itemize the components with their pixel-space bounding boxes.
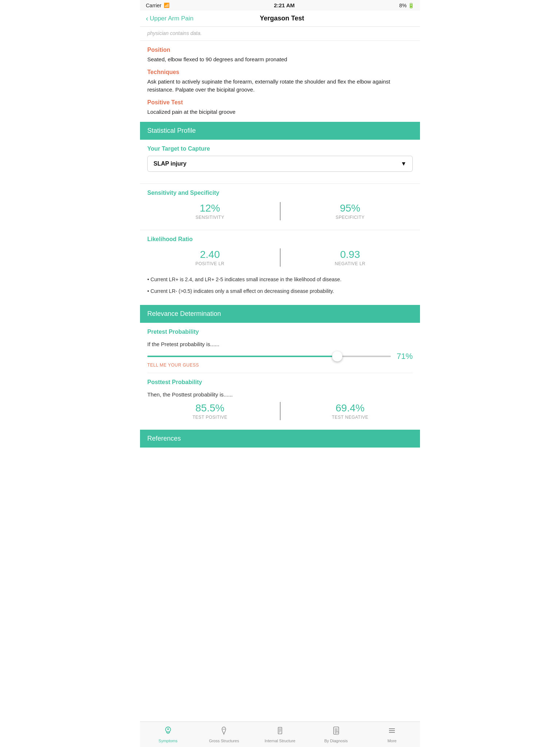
test-negative-stat: 69.4% TEST NEGATIVE [288, 402, 413, 420]
target-dropdown[interactable]: SLAP injury ▼ [147, 156, 413, 172]
positive-test-label: Positive Test [147, 99, 413, 106]
divider-2 [140, 230, 420, 230]
negative-lr-stat: 0.93 NEGATIVE LR [288, 249, 413, 266]
likelihood-ratio-label: Likelihood Ratio [147, 236, 413, 243]
negative-lr-value: 0.93 [288, 249, 413, 260]
test-positive-value: 85.5% [147, 402, 273, 414]
relevance-content: Pretest Probability If the Pretest proba… [140, 323, 420, 430]
position-label: Position [147, 47, 413, 53]
battery-label: 8% [399, 3, 407, 8]
battery-indicator: 8% 🔋 [399, 3, 414, 8]
carrier-wifi: Carrier 📶 [146, 3, 170, 8]
main-content: physician contains data. Position Seated… [140, 27, 420, 477]
stats-divider [280, 202, 280, 220]
slider-track[interactable] [147, 356, 391, 357]
test-negative-value: 69.4% [288, 402, 413, 414]
positive-lr-desc: POSITIVE LR [147, 261, 273, 266]
likelihood-stats-row: 2.40 POSITIVE LR 0.93 NEGATIVE LR [147, 248, 413, 267]
posttest-stats-row: 85.5% TEST POSITIVE 69.4% TEST NEGATIVE [147, 402, 413, 420]
sensitivity-desc: SENSITIVITY [147, 215, 273, 220]
position-section: Position Seated, elbow flexed to 90 degr… [140, 41, 420, 122]
divider-1 [140, 183, 420, 184]
slider-thumb[interactable] [332, 351, 342, 361]
positive-lr-stat: 2.40 POSITIVE LR [147, 249, 273, 266]
posttest-prob-label: Posttest Probability [147, 379, 413, 386]
page-title: Yergason Test [260, 15, 304, 22]
pretest-prob-label: Pretest Probability [147, 329, 413, 335]
sensitivity-stats-row: 12% SENSITIVITY 95% SPECIFICITY [147, 202, 413, 220]
test-negative-desc: TEST NEGATIVE [288, 415, 413, 420]
status-bar: Carrier 📶 2:21 AM 8% 🔋 [140, 0, 420, 11]
back-chevron-icon: ‹ [146, 14, 148, 23]
target-label: Your Target to Capture [147, 146, 413, 152]
dropdown-arrow-icon: ▼ [401, 160, 407, 167]
divider-3 [147, 373, 413, 373]
references-header: References [140, 430, 420, 448]
techniques-text: Ask patient to actively supinate the for… [147, 78, 413, 94]
pretest-slider-container[interactable]: 71% [147, 352, 413, 361]
lr-note-1: • Current LR+ is 2.4, and LR+ 2-5 indica… [147, 275, 413, 283]
sensitivity-stat: 12% SENSITIVITY [147, 202, 273, 220]
slider-hint: TELL ME YOUR GUESS [147, 363, 413, 368]
test-positive-desc: TEST POSITIVE [147, 415, 273, 420]
specificity-value: 95% [288, 202, 413, 214]
position-text: Seated, elbow flexed to 90 degrees and f… [147, 55, 413, 64]
pretest-text: If the Pretest probability is...... [147, 341, 413, 347]
sensitivity-label: Sensitivity and Specificity [147, 190, 413, 196]
specificity-desc: SPECIFICITY [288, 215, 413, 220]
content-top-truncated: physician contains data. [140, 27, 420, 41]
status-time: 2:21 AM [274, 2, 295, 8]
statistical-profile-content: Your Target to Capture SLAP injury ▼ [140, 140, 420, 183]
back-label: Upper Arm Pain [150, 15, 194, 22]
relevance-determination-header: Relevance Determination [140, 305, 420, 323]
positive-test-text: Localized pain at the bicipital groove [147, 108, 413, 116]
navigation-bar: ‹ Upper Arm Pain Yergason Test [140, 11, 420, 27]
wifi-icon: 📶 [164, 3, 170, 8]
likelihood-ratio-section: Likelihood Ratio 2.40 POSITIVE LR 0.93 N… [140, 236, 420, 272]
stats-divider-3 [280, 402, 280, 420]
dropdown-value: SLAP injury [153, 160, 186, 167]
carrier-label: Carrier [146, 3, 162, 8]
test-positive-stat: 85.5% TEST POSITIVE [147, 402, 273, 420]
techniques-label: Techniques [147, 69, 413, 76]
battery-icon: 🔋 [408, 3, 414, 8]
statistical-profile-header: Statistical Profile [140, 122, 420, 140]
stats-divider-2 [280, 248, 280, 267]
positive-lr-value: 2.40 [147, 249, 273, 260]
back-button[interactable]: ‹ Upper Arm Pain [146, 14, 194, 23]
posttest-text: Then, the Posttest probability is...... [147, 391, 413, 398]
slider-value: 71% [394, 352, 413, 361]
lr-note-2: • Current LR- (>0.5) indicates only a sm… [147, 287, 413, 295]
negative-lr-desc: NEGATIVE LR [288, 261, 413, 266]
lr-notes: • Current LR+ is 2.4, and LR+ 2-5 indica… [140, 272, 420, 305]
sensitivity-value: 12% [147, 202, 273, 214]
sensitivity-section: Sensitivity and Specificity 12% SENSITIV… [140, 190, 420, 230]
specificity-stat: 95% SPECIFICITY [288, 202, 413, 220]
